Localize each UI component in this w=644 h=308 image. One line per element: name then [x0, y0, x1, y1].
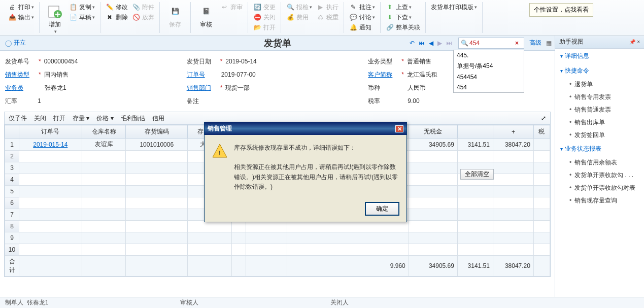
panel-item[interactable]: 销售现存量查询: [555, 194, 644, 207]
modify-button[interactable]: ✏️修改: [104, 2, 130, 12]
panel-item[interactable]: 销售出库单: [555, 116, 644, 129]
status-indicator: ◯: [5, 40, 12, 47]
nav-last[interactable]: ⏭: [445, 39, 453, 48]
search-autocomplete: 445. 单据号/条454 454454 454: [453, 50, 524, 93]
panel-section[interactable]: ▾快捷命令: [555, 63, 644, 78]
attach-icon: 📎: [132, 3, 140, 11]
ac-item[interactable]: 454454: [454, 72, 524, 82]
taolun-button[interactable]: 💬讨论▾: [347, 12, 377, 22]
deaudit-button[interactable]: ↩弃审: [218, 2, 245, 12]
shangcha-button[interactable]: ⬆上查▾: [384, 2, 422, 12]
shuiliang-button[interactable]: ⚖税重: [314, 12, 341, 22]
pin-icon[interactable]: 📌 ×: [629, 39, 640, 45]
feiyong-button[interactable]: 💰费用: [284, 12, 314, 22]
xiacha-button[interactable]: ⬇下查▾: [384, 12, 422, 22]
nav-undo[interactable]: ↶: [409, 39, 416, 48]
panel-item[interactable]: 销售信用余额表: [555, 156, 644, 169]
clear-all-button[interactable]: 全部清空: [460, 169, 494, 180]
nav-first[interactable]: ⏮: [418, 39, 426, 48]
page-title: 发货单: [264, 37, 291, 49]
delete-button[interactable]: ✖删除: [104, 12, 130, 22]
attach-button[interactable]: 📎附件: [130, 2, 156, 12]
ac-item[interactable]: 454: [454, 82, 524, 92]
tongzhi-button[interactable]: 🔔通知: [347, 22, 377, 32]
table-row[interactable]: 9: [5, 232, 550, 244]
field-label: 发货单号: [5, 57, 36, 66]
nav-prev[interactable]: ◀: [428, 39, 434, 48]
add-button[interactable]: 增加▾: [43, 2, 67, 35]
dialog-ok-button[interactable]: 确定: [365, 202, 399, 216]
search-input[interactable]: [469, 40, 515, 47]
nav-next[interactable]: ▶: [436, 39, 443, 48]
expand-icon[interactable]: ⤢: [541, 115, 546, 122]
copy-icon: 📋: [69, 3, 77, 11]
panel-item[interactable]: 销售普通发票: [555, 104, 644, 116]
printer-icon: 🖨: [8, 3, 16, 11]
field-label: 汇率: [5, 97, 36, 106]
dialog-close-button[interactable]: ✕: [395, 125, 403, 132]
advanced-link[interactable]: 高级: [529, 39, 541, 47]
draft-button[interactable]: 📄草稿▾: [67, 12, 97, 22]
pizhu-button[interactable]: ✎批注▾: [347, 2, 377, 12]
close-doc-button[interactable]: ⛔关闭: [251, 12, 278, 22]
baojian-button[interactable]: 🔍报检▾: [284, 2, 314, 12]
deaudit-icon: ↩: [220, 3, 228, 11]
zhengdan-button[interactable]: 🔗整单关联: [384, 22, 422, 32]
save-button[interactable]: 💾保存: [163, 2, 187, 30]
gridbar-btn[interactable]: 存量 ▾: [73, 114, 89, 123]
output-icon: 📤: [8, 13, 16, 21]
ac-item[interactable]: 单据号/条454: [454, 60, 524, 72]
col-header[interactable]: 订单号: [19, 125, 82, 139]
field-label-link[interactable]: 销售类型: [5, 71, 36, 79]
dialog-titlebar: 销售管理 ✕: [205, 122, 406, 135]
panel-item[interactable]: 销售专用发票: [555, 91, 644, 104]
gridbar-btn[interactable]: 信用: [152, 114, 164, 123]
error-dialog: 销售管理 ✕ ! 库存系统修改现存量不成功，详细错误如下： 相关资源正在被其他用…: [204, 122, 407, 222]
field-label-link[interactable]: 业务员: [5, 84, 36, 92]
delete-icon: ✖: [106, 13, 114, 21]
open-doc-button[interactable]: 📂打开: [251, 22, 278, 32]
search-box[interactable]: 🔍 ×: [458, 38, 524, 49]
gridbar-btn[interactable]: 关闭: [34, 114, 46, 123]
assistant-panel: 助手视图📌 × ▾详细信息 ▾快捷命令 退货单 销售专用发票 销售普通发票 销售…: [555, 36, 644, 297]
col-header[interactable]: 无税金: [409, 125, 457, 139]
template-dropdown[interactable]: 发货单打印模版▾: [429, 2, 479, 12]
ac-item[interactable]: 445.: [454, 50, 524, 60]
gridbar-btn[interactable]: 仅子件: [9, 114, 27, 123]
copy-button[interactable]: 📋复制▾: [67, 2, 97, 12]
panel-item[interactable]: 退货单: [555, 78, 644, 91]
warning-icon: !: [212, 143, 228, 159]
gridbar-btn[interactable]: 打开: [53, 114, 65, 123]
panel-section[interactable]: ▾业务状态报表: [555, 142, 644, 156]
sum-row: 合计9.96034905.693141.5138047.20: [5, 256, 550, 277]
audit-icon: 📓: [198, 3, 214, 19]
field-value: 0000000454: [44, 58, 78, 65]
col-header[interactable]: 仓库名称: [82, 125, 126, 139]
panel-item[interactable]: 发货单开票收款勾对表: [555, 182, 644, 194]
discard-button[interactable]: 🚫放弃: [130, 12, 156, 22]
print-button[interactable]: 🖨打印▾: [6, 2, 36, 12]
col-header[interactable]: 税: [533, 125, 550, 139]
status-label: 开立: [14, 39, 26, 47]
document-titlebar: ◯ 开立 发货单 ↶ ⏮ ◀ ▶ ⏭ 🔍 × 高级 ▦ 445. 单据号/条45…: [0, 36, 555, 51]
search-clear[interactable]: ×: [515, 40, 519, 47]
gridbar-btn[interactable]: 毛利预估: [121, 114, 145, 123]
save-icon: 💾: [167, 3, 183, 19]
panel-item[interactable]: 发货签回单: [555, 129, 644, 142]
change-button[interactable]: 🔄变更: [251, 2, 278, 12]
panel-item[interactable]: 发货单开票收款勾 . . .: [555, 169, 644, 182]
gridbar-btn[interactable]: 价格 ▾: [96, 114, 113, 123]
table-row[interactable]: 8: [5, 221, 550, 232]
dialog-message: 库存系统修改现存量不成功，详细错误如下： 相关资源正在被其他用户占用，请稍后再试…: [234, 143, 399, 192]
zhixing-button[interactable]: ▶执行: [314, 2, 341, 12]
search-icon: 🔍: [461, 40, 468, 47]
panel-title: 助手视图📌 ×: [555, 36, 644, 49]
panel-section[interactable]: ▾详细信息: [555, 49, 644, 63]
audit-button[interactable]: 📓审核: [194, 2, 218, 30]
output-button[interactable]: 📤输出▾: [6, 12, 36, 22]
grid-settings-icon[interactable]: ▦: [546, 40, 552, 47]
nav-buttons: ↶ ⏮ ◀ ▶ ⏭: [409, 39, 453, 48]
table-row[interactable]: 10: [5, 244, 550, 256]
col-header[interactable]: 存货编码: [126, 125, 188, 139]
status-footer: 制单人 张春龙1 审核人 关闭人: [0, 297, 644, 308]
